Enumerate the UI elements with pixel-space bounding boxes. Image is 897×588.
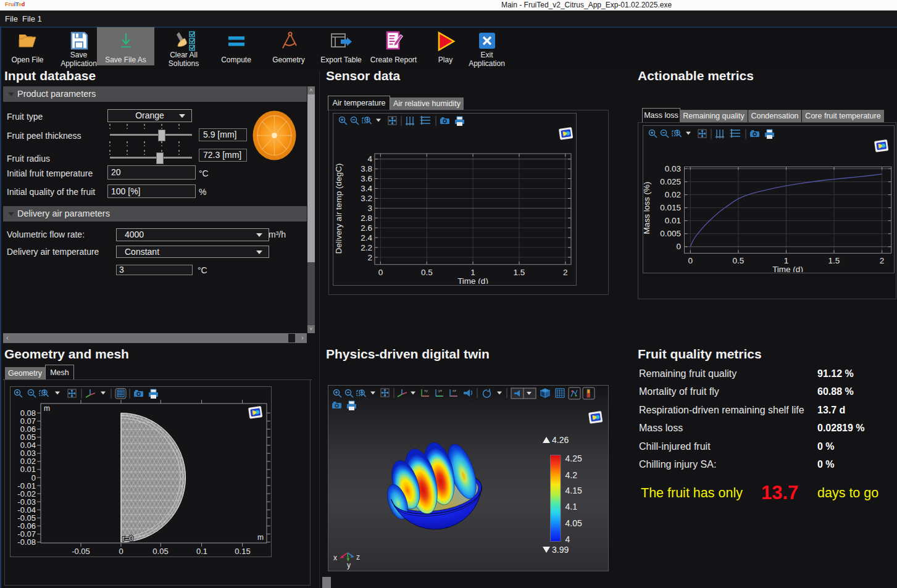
svg-text:1: 1 bbox=[470, 268, 475, 277]
svg-text:0: 0 bbox=[378, 268, 383, 277]
svg-text:yz: yz bbox=[438, 389, 442, 392]
svg-text:Mass loss (%): Mass loss (%) bbox=[643, 182, 651, 234]
svg-text:4: 4 bbox=[565, 534, 570, 544]
svg-text:2.2: 2.2 bbox=[361, 243, 372, 252]
svg-text:Time (d): Time (d) bbox=[457, 276, 488, 284]
svg-text:0.01: 0.01 bbox=[665, 216, 681, 225]
svg-text:0: 0 bbox=[688, 256, 693, 265]
svg-text:4.05: 4.05 bbox=[565, 518, 582, 528]
svg-text:2: 2 bbox=[563, 268, 568, 277]
svg-text:1: 1 bbox=[784, 256, 789, 265]
svg-text:2.8: 2.8 bbox=[361, 213, 372, 223]
svg-text:m: m bbox=[44, 404, 50, 413]
svg-text:y: y bbox=[347, 561, 351, 569]
svg-text:0: 0 bbox=[676, 242, 681, 251]
svg-text:0.02: 0.02 bbox=[665, 190, 681, 199]
svg-text:xy: xy bbox=[424, 389, 428, 392]
svg-text:3.6: 3.6 bbox=[361, 174, 372, 183]
svg-text:3.2: 3.2 bbox=[361, 194, 372, 203]
svg-text:0: 0 bbox=[119, 547, 123, 555]
svg-text:3: 3 bbox=[367, 204, 372, 213]
svg-text:0.03: 0.03 bbox=[665, 164, 681, 173]
svg-text:2.4: 2.4 bbox=[361, 233, 372, 242]
svg-text:0.025: 0.025 bbox=[660, 177, 681, 186]
svg-text:4.26: 4.26 bbox=[552, 435, 569, 445]
svg-text:0.1: 0.1 bbox=[196, 547, 207, 555]
svg-text:0.05: 0.05 bbox=[152, 547, 168, 555]
svg-text:1.5: 1.5 bbox=[514, 268, 525, 277]
svg-text:0.5: 0.5 bbox=[421, 268, 433, 277]
svg-text:4.2: 4.2 bbox=[565, 470, 578, 480]
svg-text:1.5: 1.5 bbox=[828, 256, 840, 265]
svg-text:4.15: 4.15 bbox=[565, 486, 582, 495]
svg-text:Time (d): Time (d) bbox=[772, 265, 803, 272]
svg-text:r=0: r=0 bbox=[122, 534, 133, 543]
svg-text:2: 2 bbox=[367, 253, 372, 262]
svg-text:3.99: 3.99 bbox=[552, 545, 569, 555]
svg-text:2: 2 bbox=[880, 256, 885, 265]
svg-text:0.005: 0.005 bbox=[660, 229, 681, 238]
svg-text:3.4: 3.4 bbox=[361, 184, 372, 193]
svg-text:4: 4 bbox=[367, 154, 372, 164]
svg-text:z: z bbox=[356, 553, 360, 561]
svg-text:xz: xz bbox=[453, 389, 456, 392]
svg-text:2.6: 2.6 bbox=[361, 223, 372, 233]
svg-text:0.015: 0.015 bbox=[660, 203, 681, 212]
svg-text:4.25: 4.25 bbox=[565, 453, 582, 463]
svg-text:-0.08: -0.08 bbox=[17, 537, 36, 547]
svg-text:0.5: 0.5 bbox=[733, 256, 745, 265]
svg-text:Delivery air temp (degC): Delivery air temp (degC) bbox=[334, 164, 343, 254]
svg-text:m: m bbox=[257, 533, 264, 542]
svg-text:3.8: 3.8 bbox=[361, 164, 372, 173]
svg-text:-0.05: -0.05 bbox=[72, 547, 90, 555]
svg-text:x: x bbox=[333, 553, 337, 562]
svg-text:0.15: 0.15 bbox=[235, 547, 250, 555]
svg-text:4.1: 4.1 bbox=[565, 502, 578, 511]
